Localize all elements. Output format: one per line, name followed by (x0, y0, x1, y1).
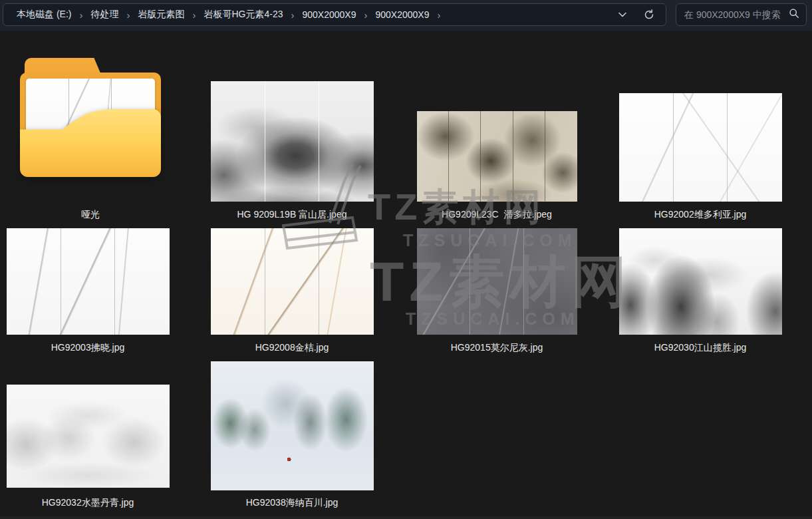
breadcrumb-separator-icon[interactable]: › (360, 9, 371, 21)
file-label[interactable]: HG92002维多利亚.jpg (614, 209, 787, 221)
file-explorer-window: 本地磁盘 (E:)›待处理›岩版元素图›岩板哥HG元素4-23›900X2000… (0, 0, 812, 519)
breadcrumb-separator-icon[interactable]: › (188, 9, 200, 21)
address-bar-actions (614, 6, 662, 23)
breadcrumb-separator-icon[interactable]: › (433, 9, 444, 21)
breadcrumb-item[interactable]: 待处理 (86, 7, 122, 23)
file-label[interactable]: HG9209L23C 潘多拉.jpeg (410, 209, 583, 221)
address-bar[interactable]: 本地磁盘 (E:)›待处理›岩版元素图›岩板哥HG元素4-23›900X2000… (3, 3, 666, 26)
search-input[interactable] (684, 9, 789, 20)
folder-label[interactable]: 哑光 (4, 209, 177, 221)
file-item-thumbnail[interactable] (7, 385, 170, 488)
file-item-thumbnail[interactable] (619, 228, 782, 335)
file-item-thumbnail[interactable] (619, 93, 782, 202)
folder-item[interactable] (15, 58, 166, 180)
file-label[interactable]: HG 9209L19B 富山居.jpeg (205, 209, 378, 221)
breadcrumb-separator-icon[interactable]: › (122, 9, 134, 21)
breadcrumb-separator-icon[interactable]: › (287, 9, 298, 21)
chevron-down-icon[interactable] (614, 6, 631, 23)
file-label[interactable]: HG92015莫尔尼灰.jpg (410, 342, 583, 354)
refresh-icon[interactable] (640, 6, 658, 23)
file-label[interactable]: HG92003拂晓.jpg (1, 342, 174, 354)
file-label[interactable]: HG92032水墨丹青.jpg (1, 497, 174, 509)
file-label[interactable]: HG92008金桔.jpg (205, 342, 378, 354)
file-item-thumbnail[interactable] (211, 81, 374, 202)
file-item-thumbnail[interactable] (417, 228, 577, 335)
folder-icon-front (20, 109, 161, 177)
window-bottom-edge (0, 516, 812, 519)
breadcrumb: 本地磁盘 (E:)›待处理›岩版元素图›岩板哥HG元素4-23›900X2000… (13, 7, 614, 23)
navigation-bar: 本地磁盘 (E:)›待处理›岩版元素图›岩板哥HG元素4-23›900X2000… (0, 0, 812, 31)
breadcrumb-item[interactable]: 900X2000X9 (298, 7, 360, 22)
search-box[interactable] (676, 3, 807, 26)
file-item-thumbnail[interactable] (211, 361, 374, 490)
search-icon[interactable] (789, 8, 799, 21)
breadcrumb-separator-icon[interactable]: › (75, 9, 86, 21)
file-item-thumbnail[interactable] (211, 228, 374, 335)
file-label[interactable]: HG92030江山揽胜.jpg (614, 342, 787, 354)
file-item-thumbnail[interactable] (7, 228, 170, 335)
breadcrumb-item[interactable]: 岩版元素图 (134, 7, 188, 23)
file-item-thumbnail[interactable] (417, 111, 577, 202)
breadcrumb-item[interactable]: 900X2000X9 (371, 7, 433, 22)
breadcrumb-item[interactable]: 本地磁盘 (E:) (13, 7, 75, 23)
file-label[interactable]: HG92038海纳百川.jpg (205, 497, 378, 509)
breadcrumb-item[interactable]: 岩板哥HG元素4-23 (200, 7, 287, 23)
